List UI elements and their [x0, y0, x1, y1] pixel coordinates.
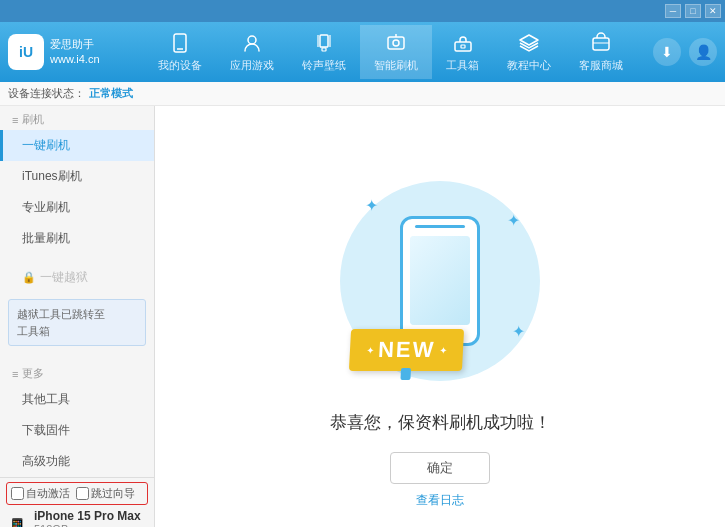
auto-activate-checkbox[interactable]	[11, 487, 24, 500]
nav-smart-flash-label: 智能刷机	[374, 58, 418, 73]
status-bar: 设备连接状态： 正常模式	[0, 82, 725, 106]
flash-section-icon: ≡	[12, 114, 18, 126]
logo-text: 爱思助手 www.i4.cn	[50, 37, 100, 68]
nav-tutorial-label: 教程中心	[507, 58, 551, 73]
quick-guide-checkbox[interactable]	[76, 487, 89, 500]
nav-tutorial[interactable]: 教程中心	[493, 25, 565, 79]
success-text: 恭喜您，保资料刷机成功啦！	[330, 411, 551, 434]
nav-apps-games[interactable]: 应用游戏	[216, 25, 288, 79]
minimize-button[interactable]: ─	[665, 4, 681, 18]
main-container: ≡ 刷机 一键刷机 iTunes刷机 专业刷机 批量刷机 🔒 一键越狱 越狱工具…	[0, 106, 725, 527]
view-log-link[interactable]: 查看日志	[416, 492, 464, 509]
window-controls[interactable]: ─ □ ✕	[663, 4, 721, 18]
nav-my-device[interactable]: 我的设备	[144, 25, 216, 79]
checkbox-group: 自动激活 跳过向导	[6, 482, 148, 505]
ribbon-phone-accent	[395, 368, 416, 383]
svg-rect-7	[388, 37, 404, 49]
header: iU 爱思助手 www.i4.cn 我的设备 应用游	[0, 22, 725, 82]
device-phone-icon: 📱	[6, 517, 28, 527]
sparkle-2: ✦	[507, 211, 520, 230]
svg-rect-10	[455, 42, 471, 51]
main-content: ✦ ✦ ✦ ✦ NEW ✦	[155, 106, 725, 527]
nav-apps-games-label: 应用游戏	[230, 58, 274, 73]
ringtone-icon	[312, 31, 336, 55]
nav-toolbox-label: 工具箱	[446, 58, 479, 73]
nav-service[interactable]: 客服商城	[565, 25, 637, 79]
svg-rect-11	[461, 45, 465, 48]
logo-icon: iU	[8, 34, 44, 70]
nav-my-device-label: 我的设备	[158, 58, 202, 73]
device-name: iPhone 15 Pro Max	[34, 509, 141, 523]
status-value: 正常模式	[89, 86, 133, 101]
logo-symbol: iU	[19, 44, 33, 60]
main-nav: 我的设备 应用游戏 铃声壁纸	[128, 25, 653, 79]
svg-rect-12	[593, 38, 609, 50]
device-details: iPhone 15 Pro Max 512GB iPhone	[34, 509, 141, 527]
nav-ringtone-label: 铃声壁纸	[302, 58, 346, 73]
star-left: ✦	[366, 344, 375, 355]
download-button[interactable]: ⬇	[653, 38, 681, 66]
svg-rect-14	[400, 368, 411, 380]
more-section-icon: ≡	[12, 368, 18, 380]
header-right: ⬇ 👤	[653, 38, 717, 66]
svg-point-2	[248, 36, 256, 44]
quick-guide-label[interactable]: 跳过向导	[76, 486, 135, 501]
nav-toolbox[interactable]: 工具箱	[432, 25, 493, 79]
sidebar-item-onekey-flash[interactable]: 一键刷机	[0, 130, 154, 161]
user-button[interactable]: 👤	[689, 38, 717, 66]
sidebar-item-other-tools[interactable]: 其他工具	[0, 384, 154, 415]
svg-rect-4	[322, 48, 326, 51]
sparkle-3: ✦	[512, 322, 525, 341]
svg-rect-3	[320, 35, 328, 47]
nav-ringtone[interactable]: 铃声壁纸	[288, 25, 360, 79]
sidebar-section-more: ≡ 更多	[0, 360, 154, 384]
toolbox-icon	[451, 31, 475, 55]
device-info: 📱 iPhone 15 Pro Max 512GB iPhone	[6, 505, 148, 527]
nav-smart-flash[interactable]: 智能刷机	[360, 25, 432, 79]
my-device-icon	[168, 31, 192, 55]
apps-games-icon	[240, 31, 264, 55]
logo: iU 爱思助手 www.i4.cn	[8, 34, 128, 70]
status-label: 设备连接状态：	[8, 86, 85, 101]
phone-screen	[410, 236, 470, 324]
sidebar-item-batch-flash[interactable]: 批量刷机	[0, 223, 154, 254]
star-right: ✦	[439, 344, 448, 355]
success-illustration: ✦ ✦ ✦ ✦ NEW ✦	[330, 171, 550, 391]
sparkle-1: ✦	[365, 196, 378, 215]
nav-service-label: 客服商城	[579, 58, 623, 73]
confirm-button[interactable]: 确定	[390, 452, 490, 484]
sidebar: ≡ 刷机 一键刷机 iTunes刷机 专业刷机 批量刷机 🔒 一键越狱 越狱工具…	[0, 106, 155, 527]
new-text: NEW	[377, 337, 436, 363]
sidebar-item-pro-flash[interactable]: 专业刷机	[0, 192, 154, 223]
phone-illustration	[400, 216, 480, 346]
service-icon	[589, 31, 613, 55]
device-storage: 512GB	[34, 523, 141, 527]
new-ribbon-container: ✦ NEW ✦	[350, 329, 463, 371]
sidebar-bottom-section: 自动激活 跳过向导 📱 iPhone 15 Pro Max 512GB iPho…	[0, 477, 154, 527]
sidebar-section-onekey: 🔒 一键越狱	[0, 262, 154, 293]
lock-icon: 🔒	[22, 271, 36, 284]
phone-speaker	[415, 225, 465, 229]
sidebar-item-advanced[interactable]: 高级功能	[0, 446, 154, 477]
maximize-button[interactable]: □	[685, 4, 701, 18]
sidebar-item-download-firmware[interactable]: 下载固件	[0, 415, 154, 446]
svg-point-8	[393, 40, 399, 46]
close-button[interactable]: ✕	[705, 4, 721, 18]
tutorial-icon	[517, 31, 541, 55]
sidebar-section-flash: ≡ 刷机	[0, 106, 154, 130]
sidebar-item-itunes-flash[interactable]: iTunes刷机	[0, 161, 154, 192]
window-topbar: ─ □ ✕	[0, 0, 725, 22]
sidebar-notice: 越狱工具已跳转至工具箱	[8, 299, 146, 346]
smart-flash-icon	[384, 31, 408, 55]
new-ribbon: ✦ NEW ✦	[349, 329, 465, 371]
auto-activate-label[interactable]: 自动激活	[11, 486, 70, 501]
